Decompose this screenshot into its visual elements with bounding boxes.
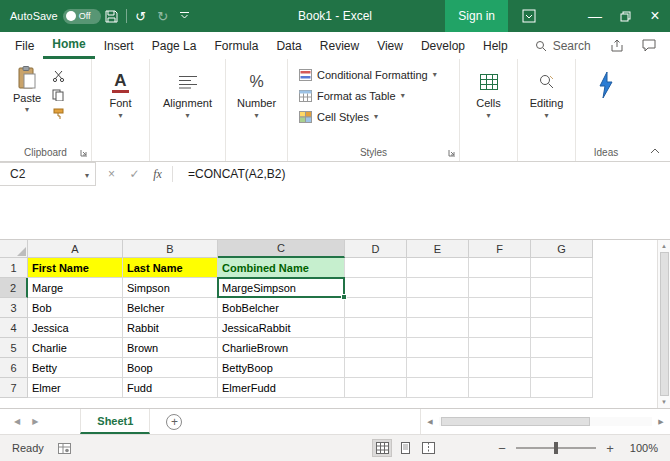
name-box[interactable]: C2 ▾: [0, 162, 96, 186]
row-header-5[interactable]: 5: [0, 338, 28, 358]
cell-g2[interactable]: [531, 278, 593, 298]
row-header-7[interactable]: 7: [0, 378, 28, 398]
tab-insert[interactable]: Insert: [95, 32, 143, 59]
cell-d2[interactable]: [345, 278, 407, 298]
search-box[interactable]: Search: [535, 32, 591, 59]
tab-file[interactable]: File: [6, 32, 43, 59]
save-button[interactable]: [101, 0, 123, 32]
cell-d4[interactable]: [345, 318, 407, 338]
cell-e6[interactable]: [407, 358, 469, 378]
cell-e4[interactable]: [407, 318, 469, 338]
cell-e7[interactable]: [407, 378, 469, 398]
close-button[interactable]: ×: [640, 0, 670, 32]
row-header-4[interactable]: 4: [0, 318, 28, 338]
sheet-prev-icon[interactable]: ◀: [14, 417, 20, 426]
cell-a4[interactable]: Jessica: [28, 318, 123, 338]
cell-c6[interactable]: BettyBoop: [218, 358, 345, 378]
cell-f6[interactable]: [469, 358, 531, 378]
cell-d7[interactable]: [345, 378, 407, 398]
ribbon-display-options-button[interactable]: [518, 0, 540, 32]
collapse-ribbon-button[interactable]: [650, 148, 660, 154]
cell-a6[interactable]: Betty: [28, 358, 123, 378]
scroll-left-icon[interactable]: ◀: [423, 418, 437, 426]
cell-styles-button[interactable]: Cell Styles ▾: [295, 106, 459, 127]
cell-e3[interactable]: [407, 298, 469, 318]
cell-f1[interactable]: [469, 258, 531, 278]
styles-dialog-launcher[interactable]: [448, 149, 456, 157]
editing-group-button[interactable]: Editing ▾: [518, 59, 575, 120]
scroll-down-icon[interactable]: ▼: [661, 398, 667, 406]
cell-b6[interactable]: Boop: [123, 358, 218, 378]
cell-d6[interactable]: [345, 358, 407, 378]
column-header-d[interactable]: D: [345, 240, 407, 258]
clipboard-dialog-launcher[interactable]: [80, 149, 88, 157]
cut-button[interactable]: [52, 70, 65, 82]
normal-view-button[interactable]: [372, 439, 392, 457]
zoom-percentage[interactable]: 100%: [624, 442, 658, 454]
scroll-up-icon[interactable]: ▲: [661, 242, 667, 250]
zoom-in-button[interactable]: +: [604, 441, 616, 456]
copy-button[interactable]: [52, 89, 65, 101]
tab-data[interactable]: Data: [267, 32, 310, 59]
cell-f3[interactable]: [469, 298, 531, 318]
cell-b4[interactable]: Rabbit: [123, 318, 218, 338]
format-as-table-button[interactable]: Format as Table ▾: [295, 85, 459, 106]
format-painter-button[interactable]: [52, 108, 65, 120]
zoom-slider[interactable]: [516, 447, 596, 449]
conditional-formatting-button[interactable]: Conditional Formatting ▾: [295, 64, 459, 85]
name-box-dropdown-icon[interactable]: ▾: [85, 171, 89, 180]
cell-e2[interactable]: [407, 278, 469, 298]
number-group-button[interactable]: % Number ▾: [226, 59, 287, 120]
cell-c7[interactable]: ElmerFudd: [218, 378, 345, 398]
undo-button[interactable]: ↺: [130, 0, 152, 32]
autosave-switch[interactable]: Off: [63, 9, 101, 24]
cancel-entry-button[interactable]: ×: [100, 162, 123, 186]
cell-c2-selected[interactable]: MargeSimpson: [218, 278, 345, 298]
ideas-button[interactable]: [576, 59, 636, 99]
cell-a2[interactable]: Marge: [28, 278, 123, 298]
cell-b7[interactable]: Fudd: [123, 378, 218, 398]
comments-button[interactable]: [642, 39, 656, 52]
cell-e5[interactable]: [407, 338, 469, 358]
row-header-3[interactable]: 3: [0, 298, 28, 318]
redo-button[interactable]: ↻: [152, 0, 174, 32]
tab-view[interactable]: View: [368, 32, 412, 59]
formula-input[interactable]: =CONCAT(A2,B2): [188, 162, 285, 186]
select-all-button[interactable]: [0, 240, 28, 258]
cell-g4[interactable]: [531, 318, 593, 338]
cell-a1[interactable]: First Name: [28, 258, 123, 278]
horizontal-scrollbar[interactable]: ◀ ▶: [420, 409, 670, 434]
cell-d1[interactable]: [345, 258, 407, 278]
horizontal-scrollbar-thumb[interactable]: [441, 417, 590, 426]
scroll-right-icon[interactable]: ▶: [654, 418, 668, 426]
insert-function-button[interactable]: fx: [146, 162, 169, 186]
zoom-out-button[interactable]: −: [496, 441, 508, 456]
sheet-next-icon[interactable]: ▶: [32, 417, 38, 426]
cell-d3[interactable]: [345, 298, 407, 318]
cell-c1[interactable]: Combined Name: [218, 258, 345, 278]
font-group-button[interactable]: A Font ▾: [92, 59, 149, 120]
row-header-2[interactable]: 2: [0, 278, 28, 298]
cell-c5[interactable]: CharlieBrown: [218, 338, 345, 358]
cell-f4[interactable]: [469, 318, 531, 338]
tab-page-layout[interactable]: Page La: [143, 32, 206, 59]
page-layout-view-button[interactable]: [395, 439, 415, 457]
tab-home[interactable]: Home: [43, 32, 94, 59]
zoom-slider-thumb[interactable]: [554, 442, 558, 454]
tab-help[interactable]: Help: [474, 32, 517, 59]
cell-g3[interactable]: [531, 298, 593, 318]
new-sheet-button[interactable]: +: [166, 414, 182, 430]
row-header-6[interactable]: 6: [0, 358, 28, 378]
cell-f5[interactable]: [469, 338, 531, 358]
cell-b2[interactable]: Simpson: [123, 278, 218, 298]
vertical-scrollbar[interactable]: ▲ ▼: [657, 240, 670, 408]
column-header-b[interactable]: B: [123, 240, 218, 258]
vertical-scrollbar-thumb[interactable]: [660, 252, 669, 395]
column-header-a[interactable]: A: [28, 240, 123, 258]
share-button[interactable]: [610, 39, 624, 52]
cell-g6[interactable]: [531, 358, 593, 378]
tab-developer[interactable]: Develop: [412, 32, 474, 59]
alignment-group-button[interactable]: Alignment ▾: [150, 59, 225, 120]
cell-g5[interactable]: [531, 338, 593, 358]
cell-b1[interactable]: Last Name: [123, 258, 218, 278]
